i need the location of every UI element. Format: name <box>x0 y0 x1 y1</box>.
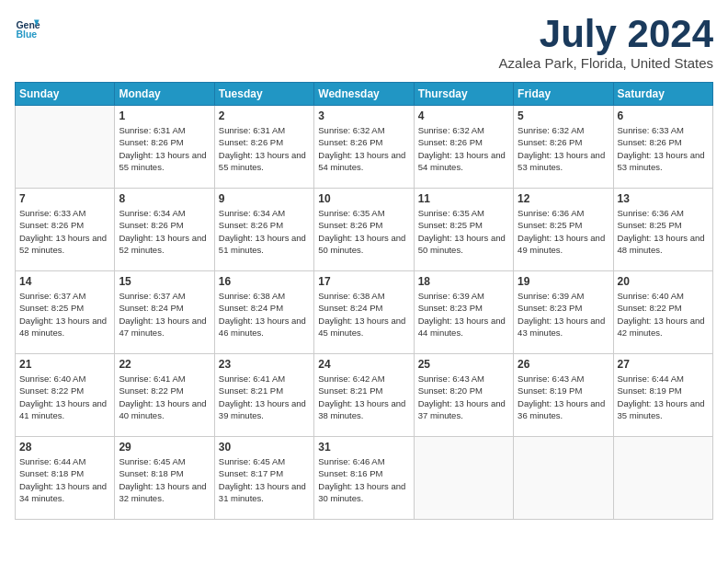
day-info: Sunrise: 6:42 AMSunset: 8:21 PMDaylight:… <box>318 373 409 421</box>
day-info: Sunrise: 6:32 AMSunset: 8:26 PMDaylight:… <box>318 124 409 173</box>
day-number: 31 <box>318 441 409 454</box>
day-cell: 3Sunrise: 6:32 AMSunset: 8:26 PMDaylight… <box>314 106 414 189</box>
day-info: Sunrise: 6:43 AMSunset: 8:20 PMDaylight:… <box>418 373 509 421</box>
day-cell: 20Sunrise: 6:40 AMSunset: 8:22 PMDayligh… <box>613 271 712 354</box>
title-block: July 2024 Azalea Park, Florida, United S… <box>499 15 713 71</box>
day-cell <box>613 437 712 520</box>
day-cell: 10Sunrise: 6:35 AMSunset: 8:26 PMDayligh… <box>314 189 414 271</box>
day-info: Sunrise: 6:44 AMSunset: 8:19 PMDaylight:… <box>618 373 709 421</box>
day-number: 26 <box>518 358 609 371</box>
day-cell: 1Sunrise: 6:31 AMSunset: 8:26 PMDaylight… <box>115 106 214 189</box>
day-number: 4 <box>418 109 509 122</box>
day-info: Sunrise: 6:37 AMSunset: 8:24 PMDaylight:… <box>119 290 210 339</box>
day-number: 20 <box>618 275 709 288</box>
day-info: Sunrise: 6:38 AMSunset: 8:24 PMDaylight:… <box>318 290 409 339</box>
day-number: 23 <box>219 358 310 371</box>
day-cell: 31Sunrise: 6:46 AMSunset: 8:16 PMDayligh… <box>314 437 414 520</box>
day-number: 16 <box>219 275 310 288</box>
day-number: 22 <box>119 358 210 371</box>
day-cell: 23Sunrise: 6:41 AMSunset: 8:21 PMDayligh… <box>214 354 313 437</box>
day-number: 25 <box>418 358 509 371</box>
location-text: Azalea Park, Florida, United States <box>499 55 713 71</box>
day-number: 12 <box>518 192 609 205</box>
day-info: Sunrise: 6:45 AMSunset: 8:17 PMDaylight:… <box>219 455 310 504</box>
day-number: 2 <box>219 109 310 122</box>
day-info: Sunrise: 6:44 AMSunset: 8:18 PMDaylight:… <box>19 455 110 504</box>
day-cell <box>414 437 513 520</box>
day-number: 14 <box>19 275 110 288</box>
day-info: Sunrise: 6:43 AMSunset: 8:19 PMDaylight:… <box>518 373 609 421</box>
day-info: Sunrise: 6:40 AMSunset: 8:22 PMDaylight:… <box>19 373 110 421</box>
day-info: Sunrise: 6:37 AMSunset: 8:25 PMDaylight:… <box>19 290 110 339</box>
day-cell: 30Sunrise: 6:45 AMSunset: 8:17 PMDayligh… <box>214 437 313 520</box>
day-info: Sunrise: 6:31 AMSunset: 8:26 PMDaylight:… <box>119 124 210 173</box>
day-cell: 21Sunrise: 6:40 AMSunset: 8:22 PMDayligh… <box>16 354 115 437</box>
day-number: 29 <box>119 441 210 454</box>
day-cell: 7Sunrise: 6:33 AMSunset: 8:26 PMDaylight… <box>16 189 115 271</box>
day-cell: 4Sunrise: 6:32 AMSunset: 8:26 PMDaylight… <box>414 106 513 189</box>
day-info: Sunrise: 6:32 AMSunset: 8:26 PMDaylight:… <box>518 124 609 173</box>
day-info: Sunrise: 6:39 AMSunset: 8:23 PMDaylight:… <box>518 290 609 339</box>
day-header-wednesday: Wednesday <box>314 83 414 106</box>
header-row: SundayMondayTuesdayWednesdayThursdayFrid… <box>16 83 713 106</box>
day-number: 17 <box>318 275 409 288</box>
day-cell: 16Sunrise: 6:38 AMSunset: 8:24 PMDayligh… <box>214 271 313 354</box>
day-number: 9 <box>219 192 310 205</box>
day-info: Sunrise: 6:41 AMSunset: 8:21 PMDaylight:… <box>219 373 310 421</box>
day-cell: 28Sunrise: 6:44 AMSunset: 8:18 PMDayligh… <box>16 437 115 520</box>
day-number: 28 <box>19 441 110 454</box>
day-number: 18 <box>418 275 509 288</box>
day-cell: 9Sunrise: 6:34 AMSunset: 8:26 PMDaylight… <box>214 189 313 271</box>
day-cell: 12Sunrise: 6:36 AMSunset: 8:25 PMDayligh… <box>514 189 613 271</box>
day-info: Sunrise: 6:36 AMSunset: 8:25 PMDaylight:… <box>618 207 709 256</box>
day-info: Sunrise: 6:32 AMSunset: 8:26 PMDaylight:… <box>418 124 509 173</box>
day-header-saturday: Saturday <box>613 83 712 106</box>
day-cell <box>514 437 613 520</box>
day-cell <box>16 106 115 189</box>
day-cell: 8Sunrise: 6:34 AMSunset: 8:26 PMDaylight… <box>115 189 214 271</box>
day-cell: 15Sunrise: 6:37 AMSunset: 8:24 PMDayligh… <box>115 271 214 354</box>
day-info: Sunrise: 6:39 AMSunset: 8:23 PMDaylight:… <box>418 290 509 339</box>
day-number: 6 <box>618 109 709 122</box>
calendar-table: SundayMondayTuesdayWednesdayThursdayFrid… <box>15 82 713 520</box>
day-cell: 13Sunrise: 6:36 AMSunset: 8:25 PMDayligh… <box>613 189 712 271</box>
logo-icon: General Blue <box>15 15 40 40</box>
day-cell: 5Sunrise: 6:32 AMSunset: 8:26 PMDaylight… <box>514 106 613 189</box>
calendar-header: SundayMondayTuesdayWednesdayThursdayFrid… <box>16 83 713 106</box>
day-header-thursday: Thursday <box>414 83 513 106</box>
logo: General Blue <box>15 15 40 40</box>
day-info: Sunrise: 6:46 AMSunset: 8:16 PMDaylight:… <box>318 455 409 504</box>
day-info: Sunrise: 6:36 AMSunset: 8:25 PMDaylight:… <box>518 207 609 256</box>
day-cell: 19Sunrise: 6:39 AMSunset: 8:23 PMDayligh… <box>514 271 613 354</box>
day-number: 10 <box>318 192 409 205</box>
day-number: 19 <box>518 275 609 288</box>
day-number: 1 <box>119 109 210 122</box>
day-cell: 25Sunrise: 6:43 AMSunset: 8:20 PMDayligh… <box>414 354 513 437</box>
day-cell: 24Sunrise: 6:42 AMSunset: 8:21 PMDayligh… <box>314 354 414 437</box>
day-header-tuesday: Tuesday <box>214 83 313 106</box>
day-info: Sunrise: 6:40 AMSunset: 8:22 PMDaylight:… <box>618 290 709 339</box>
day-info: Sunrise: 6:38 AMSunset: 8:24 PMDaylight:… <box>219 290 310 339</box>
week-row-5: 28Sunrise: 6:44 AMSunset: 8:18 PMDayligh… <box>16 437 713 520</box>
day-cell: 17Sunrise: 6:38 AMSunset: 8:24 PMDayligh… <box>314 271 414 354</box>
day-cell: 2Sunrise: 6:31 AMSunset: 8:26 PMDaylight… <box>214 106 313 189</box>
day-number: 13 <box>618 192 709 205</box>
day-number: 5 <box>518 109 609 122</box>
day-info: Sunrise: 6:34 AMSunset: 8:26 PMDaylight:… <box>119 207 210 256</box>
month-title: July 2024 <box>499 15 713 53</box>
day-header-monday: Monday <box>115 83 214 106</box>
day-cell: 6Sunrise: 6:33 AMSunset: 8:26 PMDaylight… <box>613 106 712 189</box>
day-cell: 27Sunrise: 6:44 AMSunset: 8:19 PMDayligh… <box>613 354 712 437</box>
day-info: Sunrise: 6:33 AMSunset: 8:26 PMDaylight:… <box>19 207 110 256</box>
page-header: General Blue July 2024 Azalea Park, Flor… <box>15 15 713 71</box>
day-number: 8 <box>119 192 210 205</box>
day-info: Sunrise: 6:31 AMSunset: 8:26 PMDaylight:… <box>219 124 310 173</box>
day-cell: 22Sunrise: 6:41 AMSunset: 8:22 PMDayligh… <box>115 354 214 437</box>
day-number: 27 <box>618 358 709 371</box>
day-header-friday: Friday <box>514 83 613 106</box>
calendar-body: 1Sunrise: 6:31 AMSunset: 8:26 PMDaylight… <box>16 106 713 520</box>
svg-text:Blue: Blue <box>16 29 37 40</box>
day-cell: 14Sunrise: 6:37 AMSunset: 8:25 PMDayligh… <box>16 271 115 354</box>
week-row-4: 21Sunrise: 6:40 AMSunset: 8:22 PMDayligh… <box>16 354 713 437</box>
day-number: 30 <box>219 441 310 454</box>
